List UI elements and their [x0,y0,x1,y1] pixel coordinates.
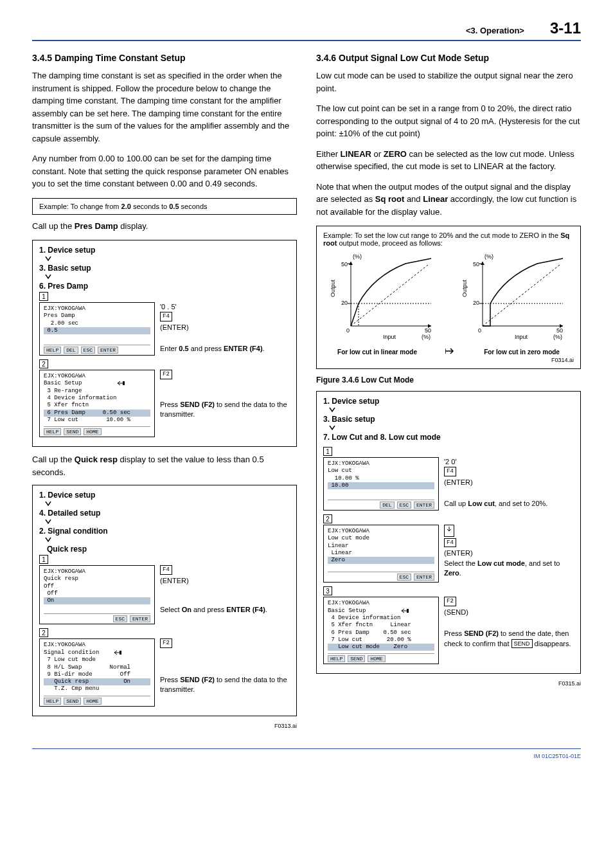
svg-text:Input: Input [515,334,528,340]
instruction-send-confirm: Press SEND (F2) to send the date, then c… [444,629,574,649]
terminal-pres-damp: EJX:YOKOGAWA Pres Damp 2.00 sec 0.5 HELP… [39,302,155,356]
f4-keycap: F4 [160,565,172,575]
para-damping-2: Any number from 0.00 to 100.00 can be se… [32,152,297,190]
para-damping-1: The damping time constant is set as spec… [32,69,297,145]
svg-text:(%): (%) [353,253,362,260]
instruction-send: Press SEND (F2) to send the data to the … [160,675,290,695]
step-2: 2 [39,359,48,368]
terminal-del-button[interactable]: DEL [380,502,394,509]
figure-ref-f0313: F0313.ai [32,723,297,729]
down-arrow-icon [44,256,52,262]
terminal-help-button[interactable]: HELP [44,698,61,705]
send-icon [400,608,409,614]
svg-text:50: 50 [473,261,479,267]
chart-caption-zero: For low cut in zero mode [484,348,560,356]
callup-pres-damp: Call up the Pres Damp display. [32,220,297,233]
terminal-enter-button[interactable]: ENTER [130,615,150,622]
terminal-basic-setup: EJX:YOKOGAWA Basic Setup 3 Re-range 4 De… [39,370,155,437]
down-key-icon [444,525,454,537]
terminal-signal-condition: EJX:YOKOGAWA Signal condition 7 Low cut … [39,638,155,706]
svg-text:20: 20 [341,300,348,306]
terminal-help-button[interactable]: HELP [44,347,61,354]
svg-text:(%): (%) [553,334,562,340]
svg-text:50: 50 [341,261,348,267]
terminal-enter-button[interactable]: ENTER [414,502,434,509]
svg-text:20: 20 [473,300,479,306]
down-arrow-icon [328,425,336,431]
step-1: 1 [39,292,48,301]
terminal-del-button[interactable]: DEL [64,347,78,354]
f2-keycap: F2 [160,370,172,379]
svg-rect-1 [120,651,121,655]
send-label: (SEND) [444,608,574,617]
terminal-send-button[interactable]: SEND [64,428,81,435]
instruction-send: Press SEND (F2) to send the data to the … [160,400,290,420]
para-lowcut-1: Low cut mode can be used to stabilize th… [316,69,581,95]
example-box-lowcut: Example: To set the low cut range to 20%… [316,226,581,369]
terminal-esc-button[interactable]: ESC [397,502,411,509]
instruction-lowcut-20: Call up Low cut, and set to 20%. [444,499,574,509]
terminal-send-button[interactable]: SEND [64,698,81,705]
example-box-damping: Example: To change from 2.0 seconds to 0… [32,198,297,215]
step-2: 2 [323,514,332,523]
terminal-home-button[interactable]: HOME [84,698,101,705]
step-1: 1 [39,555,48,564]
chart-linear-mode: (%) 50 20 0 50 (%) Output Input [328,252,438,344]
step-3: 3 [323,586,332,595]
terminal-send-button[interactable]: SEND [348,655,365,662]
step-2: 2 [39,628,48,637]
header-page-number: 3-11 [550,19,581,37]
example-text: Example: To set the low cut range to 20%… [323,231,574,247]
menu-basic-setup: 3. Basic setup [323,415,574,424]
instruction-enter-05: Enter 0.5 and press ENTER (F4). [160,344,290,354]
menu-device-setup: 1. Device setup [39,491,290,500]
arrow-right-icon [445,348,456,356]
svg-rect-0 [123,381,125,385]
procedure-box-damping: 1. Device setup 3. Basic setup 6. Pres D… [32,240,297,447]
figure-caption-346: Figure 3.4.6 Low Cut Mode [316,375,581,384]
procedure-box-quickresp: 1. Device setup 4. Detailed setup 2. Sig… [32,485,297,716]
procedure-box-lowcut: 1. Device setup 3. Basic setup 7. Low Cu… [316,391,581,674]
menu-low-cut: 7. Low Cut and 8. Low cut mode [323,433,574,442]
down-arrow-icon [44,537,52,543]
instruction-select-on: Select On and press ENTER (F4). [160,605,290,615]
chart-zero-mode: (%) 50 20 0 50 (%) Output Input [460,252,569,344]
callup-quick-resp: Call up the Quick resp display to set th… [32,453,297,478]
enter-label: (ENTER) [444,548,574,558]
terminal-esc-button[interactable]: ESC [81,347,95,354]
step-1: 1 [323,447,332,456]
page-footer: IM 01C25T01-01E [32,748,581,759]
down-arrow-icon [328,407,336,413]
terminal-help-button[interactable]: HELP [328,655,345,662]
enter-label: (ENTER) [160,576,290,586]
menu-quick-resp: Quick resp [47,545,290,554]
svg-text:Input: Input [383,334,396,340]
heading-3-4-6: 3.4.6 Output Signal Low Cut Mode Setup [316,53,581,63]
terminal-home-button[interactable]: HOME [84,428,101,435]
header-section: <3. Operation> [466,26,524,35]
para-lowcut-3: Either LINEAR or ZERO can be selected as… [316,148,581,173]
enter-label: (ENTER) [444,478,574,487]
menu-detailed-setup: 4. Detailed setup [39,509,290,518]
terminal-low-cut-mode: EJX:YOKOGAWA Low cut mode Linear Linear … [323,525,439,583]
svg-text:0: 0 [478,327,481,334]
svg-text:0: 0 [346,327,350,334]
input-value: '0 . 5' [160,302,290,312]
terminal-enter-button[interactable]: ENTER [98,347,118,354]
enter-label: (ENTER) [160,323,290,332]
terminal-quick-resp: EJX:YOKOGAWA Quick resp Off Off On ESC E… [39,565,155,624]
send-icon [116,380,125,386]
terminal-enter-button[interactable]: ENTER [414,574,434,581]
f2-keycap: F2 [160,638,172,648]
svg-line-15 [351,265,428,326]
terminal-help-button[interactable]: HELP [44,428,61,435]
svg-text:(%): (%) [422,334,431,340]
svg-line-30 [483,265,560,326]
terminal-esc-button[interactable]: ESC [397,574,411,581]
down-arrow-icon [44,519,52,525]
terminal-esc-button[interactable]: ESC [113,615,127,622]
input-value: '2 0' [444,457,574,467]
terminal-home-button[interactable]: HOME [368,655,385,662]
menu-device-setup: 1. Device setup [323,397,574,406]
f4-keycap: F4 [444,467,456,476]
